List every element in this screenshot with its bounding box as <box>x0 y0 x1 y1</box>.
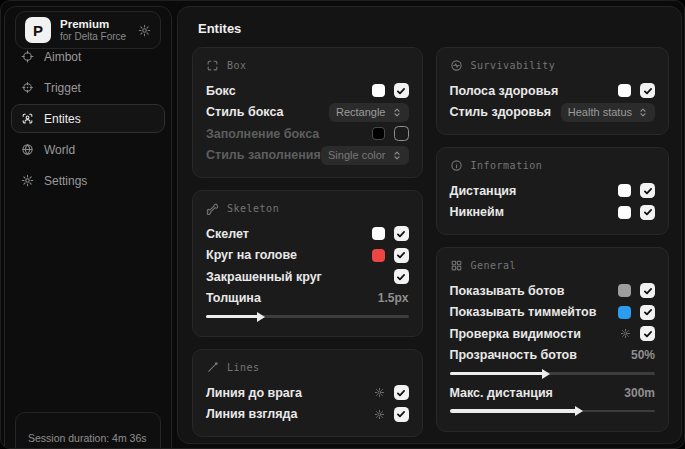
card-skeleton: SkeletonСкелетКруг на головеЗакрашенный … <box>192 190 423 337</box>
color-swatch[interactable] <box>618 206 631 219</box>
color-swatch[interactable] <box>372 249 385 262</box>
slider-value: 1.5px <box>378 291 409 305</box>
slider[interactable] <box>450 368 656 378</box>
check-icon <box>643 186 653 196</box>
setting-label: Стиль заполнения <box>206 148 321 162</box>
toggle-setting: Линия до врага <box>206 382 409 404</box>
color-swatch[interactable] <box>618 184 631 197</box>
line-icon <box>206 361 219 374</box>
card-header: Information <box>450 158 656 173</box>
card-header: Survivability <box>450 58 656 73</box>
toggle-setting: Никнейм <box>450 202 656 224</box>
checkbox[interactable] <box>640 283 655 298</box>
toggle-setting: Круг на голове <box>206 245 409 267</box>
brand-subtitle: for Delta Force <box>60 31 129 43</box>
grid-icon <box>450 259 463 272</box>
dropdown-value: Single color <box>328 149 385 161</box>
checkbox[interactable] <box>394 83 409 98</box>
check-icon <box>396 86 406 96</box>
color-swatch[interactable] <box>618 284 631 297</box>
setting-gear-icon[interactable] <box>620 328 631 339</box>
dropdown[interactable]: Health status <box>561 103 655 122</box>
setting-label: Никнейм <box>450 205 504 219</box>
setting-gear-icon[interactable] <box>374 387 385 398</box>
color-swatch[interactable] <box>372 84 385 97</box>
slider-thumb[interactable] <box>257 312 265 322</box>
checkbox[interactable] <box>394 248 409 263</box>
card-lines: LinesЛиния до врагаЛиния взгляда <box>192 349 423 437</box>
slider-thumb[interactable] <box>542 369 550 379</box>
check-icon <box>396 229 406 239</box>
setting-label: Толщина <box>206 291 261 305</box>
checkbox[interactable] <box>394 269 409 284</box>
checkbox[interactable] <box>394 126 409 141</box>
unfold-icon <box>392 150 402 161</box>
select-setting: Стиль заполненияSingle color <box>206 145 409 167</box>
checkbox[interactable] <box>640 83 655 98</box>
card-header: Lines <box>206 360 409 375</box>
check-icon <box>396 409 406 419</box>
card-general: GeneralПоказывать ботовПоказывать тиммей… <box>436 247 670 432</box>
session-duration: Session duration: 4m 36s <box>15 412 161 449</box>
toggle-setting: Линия взгляда <box>206 404 409 426</box>
dropdown[interactable]: Rectangle <box>329 103 409 122</box>
checkbox[interactable] <box>640 305 655 320</box>
checkbox[interactable] <box>640 183 655 198</box>
checkbox[interactable] <box>640 205 655 220</box>
sidebar-nav: AimbotTriggetEntitesWorldSettings <box>5 42 171 195</box>
checkbox[interactable] <box>394 226 409 241</box>
sidebar-item-settings[interactable]: Settings <box>11 166 165 195</box>
setting-label: Линия взгляда <box>206 407 297 421</box>
toggle-setting: Дистанция <box>450 180 656 202</box>
checkbox[interactable] <box>394 407 409 422</box>
card-title: Lines <box>227 362 260 373</box>
checkbox[interactable] <box>640 326 655 341</box>
sidebar: P Premium for Delta Force Category Aimbo… <box>4 6 172 449</box>
sidebar-item-trigget[interactable]: Trigget <box>11 73 165 102</box>
cards-area: BoxБоксСтиль боксаRectangleЗаполнение бо… <box>192 47 669 437</box>
setting-label: Прозрачность ботов <box>450 348 577 362</box>
color-swatch[interactable] <box>372 127 385 140</box>
sidebar-item-entites[interactable]: Entites <box>11 104 165 133</box>
toggle-setting: Заполнение бокса <box>206 123 409 145</box>
check-icon <box>643 86 653 96</box>
dropdown[interactable]: Single color <box>321 146 408 165</box>
setting-label: Проверка видимости <box>450 327 581 341</box>
card-header: General <box>450 258 656 273</box>
right-column: SurvivabilityПолоса здоровьяСтиль здоров… <box>436 47 670 432</box>
setting-gear-icon[interactable] <box>374 409 385 420</box>
setting-label: Круг на голове <box>206 248 297 262</box>
crosshair-icon <box>21 50 34 63</box>
card-title: Survivability <box>471 60 556 71</box>
setting-label: Закрашенный круг <box>206 270 322 284</box>
setting-label: Стиль здоровья <box>450 105 552 119</box>
slider[interactable] <box>206 311 409 321</box>
slider[interactable] <box>450 406 656 416</box>
color-swatch[interactable] <box>372 227 385 240</box>
brand-card: P Premium for Delta Force <box>15 11 161 49</box>
dropdown-value: Health status <box>568 106 632 118</box>
target-icon <box>21 81 34 94</box>
sidebar-item-world[interactable]: World <box>11 135 165 164</box>
card-information: InformationДистанцияНикнейм <box>436 147 670 235</box>
check-icon <box>643 307 653 317</box>
slider-thumb[interactable] <box>575 406 583 416</box>
brand-logo: P <box>25 17 51 43</box>
color-swatch[interactable] <box>618 84 631 97</box>
setting-label: Стиль бокса <box>206 105 283 119</box>
setting-label: Макс. дистанция <box>450 386 553 400</box>
brand-settings-icon[interactable] <box>138 24 151 37</box>
gear-icon <box>21 174 34 187</box>
setting-label: Показывать ботов <box>450 284 565 298</box>
globe-icon <box>21 143 34 156</box>
bone-icon <box>206 202 219 215</box>
checkbox[interactable] <box>394 385 409 400</box>
setting-label: Заполнение бокса <box>206 127 319 141</box>
pulse-icon <box>450 59 463 72</box>
sidebar-item-label: Settings <box>44 174 87 188</box>
check-icon <box>396 272 406 282</box>
toggle-setting: Проверка видимости <box>450 323 656 345</box>
sidebar-item-label: Entites <box>44 112 81 126</box>
toggle-setting: Скелет <box>206 223 409 245</box>
color-swatch[interactable] <box>618 306 631 319</box>
